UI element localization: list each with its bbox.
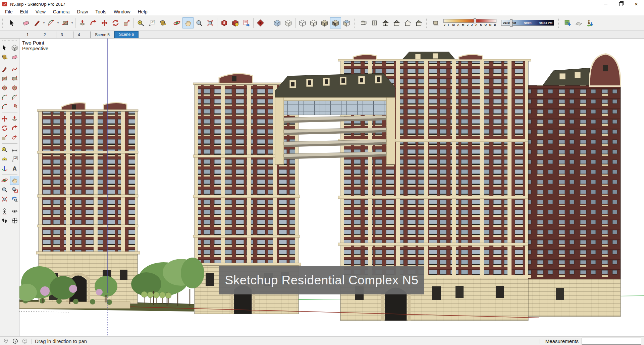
menu-item-tools[interactable]: Tools xyxy=(92,9,110,15)
menu-item-edit[interactable]: Edit xyxy=(16,9,32,15)
polygon-tool[interactable] xyxy=(10,83,19,92)
sign-in-icon[interactable] xyxy=(21,338,28,344)
menu-item-draw[interactable]: Draw xyxy=(73,9,92,15)
shadow-date-slider[interactable]: JFMAMJJASOND xyxy=(443,19,496,26)
rectangle-button[interactable]: ▾ xyxy=(60,17,71,28)
model-viewport[interactable]: Two Point Perspective Sketchup Residenti… xyxy=(19,39,644,336)
eraser-tool[interactable] xyxy=(10,53,19,62)
scene-tab-2[interactable]: 2 xyxy=(39,31,56,38)
zoom-tool[interactable] xyxy=(0,185,9,194)
scale-tool[interactable] xyxy=(0,133,9,142)
zoom-button[interactable] xyxy=(194,17,205,28)
follow-me-button[interactable] xyxy=(88,17,99,28)
select-tool[interactable] xyxy=(0,43,9,52)
section-plane-tool[interactable] xyxy=(10,216,19,225)
tape-measure-tool[interactable] xyxy=(0,145,9,154)
two-point-arc-tool[interactable] xyxy=(10,93,19,102)
back-edges-button[interactable] xyxy=(283,17,294,28)
zoom-previous-tool[interactable] xyxy=(10,195,19,204)
text-button[interactable]: A1 xyxy=(146,17,157,28)
pie-tool[interactable] xyxy=(10,102,19,111)
scene-tab-1[interactable]: 1 xyxy=(22,31,39,38)
hidden-line-button[interactable] xyxy=(308,17,319,28)
top-button[interactable] xyxy=(369,17,380,28)
restore-button[interactable] xyxy=(613,0,629,8)
menu-item-help[interactable]: Help xyxy=(134,9,151,15)
offset-tool[interactable] xyxy=(10,133,19,142)
shadow-time-slider[interactable]: 05:44 AMNoon06:44 PM xyxy=(501,20,554,26)
select-button[interactable] xyxy=(6,17,17,28)
monochrome-button[interactable] xyxy=(341,17,352,28)
add-location-button[interactable] xyxy=(562,17,573,28)
menu-item-file[interactable]: File xyxy=(1,9,16,15)
scene-tab-3[interactable]: 3 xyxy=(56,31,73,38)
right-button[interactable] xyxy=(391,17,402,28)
toggle-terrain-button[interactable] xyxy=(573,17,584,28)
orbit-button[interactable] xyxy=(171,17,182,28)
close-button[interactable]: ✕ xyxy=(629,0,644,8)
paint-bucket-button[interactable] xyxy=(157,17,168,28)
dimension-tool[interactable] xyxy=(10,145,19,154)
dropdown-arrow-icon[interactable]: ▾ xyxy=(43,21,45,24)
pan-tool[interactable] xyxy=(10,176,19,185)
extension-warehouse-button[interactable] xyxy=(255,17,266,28)
rectangle-tool[interactable] xyxy=(0,74,9,83)
circle-tool[interactable] xyxy=(0,83,9,92)
two-point-arc-button[interactable]: ▾ xyxy=(46,17,57,28)
three-point-arc-tool[interactable] xyxy=(0,102,9,111)
scale-button[interactable] xyxy=(121,17,132,28)
zoom-extents-button[interactable] xyxy=(205,17,216,28)
get-models-button[interactable] xyxy=(219,17,230,28)
text-tool[interactable]: A1 xyxy=(10,154,19,163)
push-pull-button[interactable] xyxy=(77,17,88,28)
menu-item-view[interactable]: View xyxy=(32,9,49,15)
wireframe-button[interactable] xyxy=(297,17,308,28)
menu-item-window[interactable]: Window xyxy=(110,9,134,15)
scene-tab-scene-5[interactable]: Scene 5 xyxy=(91,31,114,38)
make-component-tool[interactable] xyxy=(10,43,19,52)
scene-tab-4[interactable]: 4 xyxy=(73,31,91,38)
pan-button[interactable] xyxy=(182,17,194,28)
push-pull-tool[interactable] xyxy=(10,114,19,123)
x-ray-button[interactable] xyxy=(272,17,283,28)
shaded-button[interactable] xyxy=(319,17,330,28)
tape-measure-button[interactable] xyxy=(135,17,146,28)
dropdown-arrow-icon[interactable]: ▾ xyxy=(57,21,59,24)
measurements-input[interactable] xyxy=(582,338,641,345)
zoom-extents-tool[interactable] xyxy=(0,195,9,204)
rotate-button[interactable] xyxy=(110,17,121,28)
move-button[interactable] xyxy=(99,17,110,28)
menu-item-camera[interactable]: Camera xyxy=(49,9,73,15)
credits-icon[interactable] xyxy=(12,338,18,344)
left-button[interactable] xyxy=(413,17,424,28)
rotate-tool[interactable] xyxy=(0,124,9,133)
scene-tab-scene-6[interactable]: Scene 6 xyxy=(114,31,139,38)
arc-tool[interactable] xyxy=(0,93,9,102)
paint-bucket-tool[interactable] xyxy=(0,53,9,62)
time-slider-handle[interactable] xyxy=(510,19,513,27)
front-button[interactable] xyxy=(380,17,391,28)
date-slider-handle[interactable] xyxy=(474,18,476,24)
rotated-rectangle-tool[interactable] xyxy=(10,74,19,83)
three-d-text-tool[interactable]: A xyxy=(10,164,19,173)
send-to-layout-button[interactable] xyxy=(241,17,252,28)
line-button[interactable]: ▾ xyxy=(32,17,43,28)
back-button[interactable] xyxy=(402,17,413,28)
iso-button[interactable] xyxy=(358,17,369,28)
shadow-toggle-button[interactable] xyxy=(430,17,441,28)
line-tool[interactable] xyxy=(0,65,9,74)
photo-textures-button[interactable] xyxy=(584,17,595,28)
shaded-textures-button[interactable] xyxy=(330,17,341,28)
axes-tool[interactable] xyxy=(0,164,9,173)
zoom-window-tool[interactable] xyxy=(10,185,19,194)
protractor-tool[interactable] xyxy=(0,154,9,163)
eraser-button[interactable] xyxy=(20,17,32,28)
dropdown-arrow-icon[interactable]: ▾ xyxy=(71,21,73,24)
follow-me-tool[interactable] xyxy=(10,124,19,133)
position-camera-tool[interactable] xyxy=(0,207,9,216)
share-model-button[interactable] xyxy=(230,17,241,28)
freehand-tool[interactable] xyxy=(10,65,19,74)
minimize-button[interactable] xyxy=(598,0,613,8)
geolocation-icon[interactable] xyxy=(3,338,9,344)
orbit-tool[interactable] xyxy=(0,176,9,185)
